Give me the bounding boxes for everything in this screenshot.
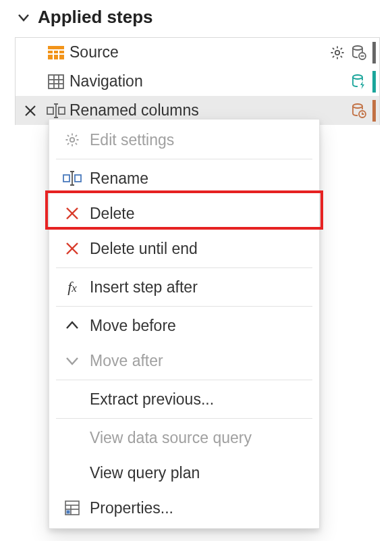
step-label: Renamed columns — [65, 101, 349, 120]
menu-separator — [56, 267, 312, 268]
menu-delete-until-end[interactable]: Delete until end — [49, 231, 319, 266]
delete-x-icon — [59, 241, 86, 256]
step-label: Source — [65, 43, 328, 61]
menu-move-after: Move after — [49, 343, 319, 378]
menu-label: Rename — [86, 170, 148, 188]
menu-edit-settings: Edit settings — [49, 122, 319, 157]
svg-rect-34 — [67, 511, 70, 514]
menu-rename[interactable]: Rename — [49, 161, 319, 196]
menu-view-data-source-query: View data source query — [49, 420, 319, 455]
chevron-down-icon — [16, 10, 31, 25]
menu-label: View query plan — [86, 464, 200, 482]
step-label: Navigation — [65, 72, 349, 91]
applied-steps-header[interactable]: Applied steps — [0, 0, 392, 34]
svg-point-6 — [335, 50, 339, 54]
svg-rect-20 — [59, 107, 65, 114]
database-clock-icon — [349, 101, 368, 120]
step-row-source[interactable]: Source — [16, 38, 379, 67]
source-table-icon — [47, 43, 65, 62]
step-row-navigation[interactable]: Navigation — [16, 67, 379, 96]
table-icon — [47, 72, 65, 91]
menu-label: Edit settings — [86, 131, 174, 149]
menu-delete[interactable]: Delete — [49, 196, 319, 231]
menu-label: Move after — [86, 352, 163, 370]
svg-rect-24 — [63, 175, 69, 182]
menu-extract-previous[interactable]: Extract previous... — [49, 382, 319, 417]
menu-properties[interactable]: Properties... — [49, 490, 319, 525]
delete-x-icon — [59, 206, 86, 221]
menu-insert-step-after[interactable]: fx Insert step after — [49, 269, 319, 305]
menu-separator — [56, 380, 312, 380]
svg-marker-16 — [360, 81, 364, 89]
svg-rect-10 — [49, 75, 63, 88]
menu-label: Extract previous... — [86, 390, 214, 409]
svg-point-7 — [353, 46, 362, 50]
svg-point-15 — [353, 75, 362, 79]
rename-icon — [59, 171, 86, 186]
menu-label: Delete — [86, 205, 134, 223]
step-status-bar — [372, 100, 376, 122]
rename-columns-icon — [47, 101, 65, 120]
menu-label: Properties... — [86, 499, 173, 517]
svg-rect-19 — [47, 107, 53, 114]
svg-rect-25 — [75, 175, 81, 182]
chevron-down-icon — [59, 355, 86, 367]
menu-separator — [56, 159, 312, 159]
step-status-bar — [372, 42, 376, 63]
menu-separator — [56, 418, 312, 419]
gear-icon — [59, 132, 86, 148]
menu-label: Delete until end — [86, 240, 198, 258]
gear-icon[interactable] — [328, 43, 347, 62]
menu-move-before[interactable]: Move before — [49, 308, 319, 343]
fx-icon: fx — [59, 278, 86, 296]
svg-point-21 — [353, 104, 362, 108]
svg-point-23 — [70, 138, 74, 142]
menu-label: Move before — [86, 317, 176, 335]
menu-label: Insert step after — [86, 278, 198, 297]
menu-label: View data source query — [86, 429, 252, 447]
panel-title: Applied steps — [38, 7, 152, 28]
applied-steps-list: Source Navigation — [15, 37, 380, 125]
menu-view-query-plan[interactable]: View query plan — [49, 455, 319, 490]
delete-step-x-icon[interactable] — [16, 104, 45, 118]
database-minus-icon — [349, 43, 368, 62]
chevron-up-icon — [59, 319, 86, 332]
step-context-menu: Edit settings Rename Delete Delete until… — [49, 119, 320, 529]
menu-separator — [56, 306, 312, 307]
properties-icon — [59, 500, 86, 516]
step-status-bar — [372, 71, 376, 93]
database-bolt-icon — [349, 72, 368, 91]
